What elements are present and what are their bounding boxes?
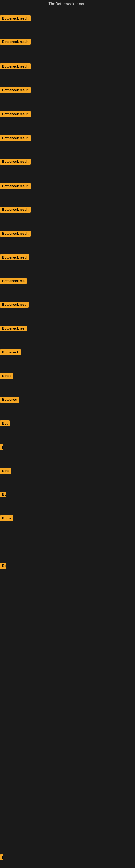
bottleneck-badge-33: |	[0, 855, 3, 862]
badge-label-14: Bottleneck res	[0, 326, 27, 332]
bottleneck-badge-6: Bottleneck result	[0, 135, 31, 142]
badge-label-16: Bottle	[0, 373, 13, 379]
bottleneck-badge-7: Bottleneck result	[0, 159, 31, 166]
bottleneck-badge-9: Bottleneck result	[0, 207, 31, 214]
bottleneck-badge-11: Bottleneck resul	[0, 254, 30, 261]
bottleneck-badge-14: Bottleneck res	[0, 326, 27, 333]
badge-label-22: Bottle	[0, 516, 13, 521]
badge-label-24: Bo	[0, 563, 6, 569]
badge-label-1: Bottleneck result	[0, 16, 31, 22]
bottleneck-badge-5: Bottleneck result	[0, 111, 31, 118]
badge-label-5: Bottleneck result	[0, 111, 31, 117]
bottleneck-badge-1: Bottleneck result	[0, 16, 31, 23]
badge-label-10: Bottleneck result	[0, 230, 31, 237]
badge-label-7: Bottleneck result	[0, 159, 31, 165]
bottleneck-badge-18: Bot	[0, 421, 10, 428]
badge-label-12: Bottleneck res	[0, 278, 27, 284]
badge-label-13: Bottleneck resu	[0, 302, 29, 308]
badge-label-11: Bottleneck resul	[0, 254, 30, 260]
badge-label-20: Bott	[0, 468, 11, 474]
badges-container: Bottleneck resultBottleneck resultBottle…	[0, 0, 135, 868]
badge-label-3: Bottleneck result	[0, 63, 31, 69]
badge-label-21: Bo	[0, 492, 6, 497]
badge-label-15: Bottleneck	[0, 349, 21, 355]
bottleneck-badge-21: Bo	[0, 492, 6, 499]
bottleneck-badge-24: Bo	[0, 563, 6, 570]
badge-label-19: |	[0, 444, 3, 450]
bottleneck-badge-2: Bottleneck result	[0, 39, 31, 46]
bottleneck-badge-22: Bottle	[0, 516, 13, 522]
bottleneck-badge-16: Bottle	[0, 373, 13, 380]
badge-label-8: Bottleneck result	[0, 183, 31, 189]
bottleneck-badge-4: Bottleneck result	[0, 87, 31, 94]
bottleneck-badge-12: Bottleneck res	[0, 278, 27, 285]
badge-label-33: |	[0, 855, 3, 860]
badge-label-4: Bottleneck result	[0, 87, 31, 93]
bottleneck-badge-20: Bott	[0, 468, 11, 475]
badge-label-17: Bottlenec	[0, 397, 19, 403]
bottleneck-badge-17: Bottlenec	[0, 397, 19, 404]
bottleneck-badge-15: Bottleneck	[0, 349, 21, 356]
bottleneck-badge-8: Bottleneck result	[0, 183, 31, 190]
badge-label-6: Bottleneck result	[0, 135, 31, 141]
bottleneck-badge-19: |	[0, 444, 3, 451]
bottleneck-badge-10: Bottleneck result	[0, 230, 31, 238]
bottleneck-badge-13: Bottleneck resu	[0, 302, 29, 309]
badge-label-9: Bottleneck result	[0, 207, 31, 213]
badge-label-18: Bot	[0, 421, 10, 426]
bottleneck-badge-3: Bottleneck result	[0, 63, 31, 70]
badge-label-2: Bottleneck result	[0, 39, 31, 45]
